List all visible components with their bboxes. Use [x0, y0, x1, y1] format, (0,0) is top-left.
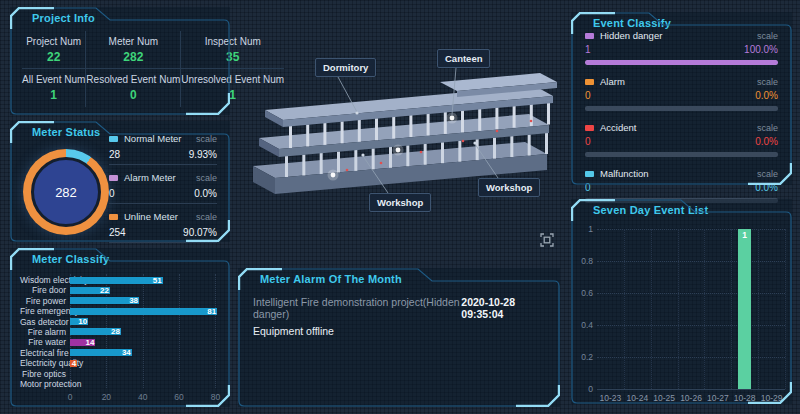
alarm-detail: Equipment offline [253, 325, 545, 337]
category-label: Gas detector [20, 317, 70, 327]
panel-event-classify: Event Classify Hidden dangerscale 1100.0… [571, 12, 792, 185]
building-3d-viewport[interactable] [235, 0, 565, 265]
legend-row-normal-meter: Normal Meterscale 289.93% [109, 133, 217, 165]
panel-title: Seven Day Event List [593, 204, 708, 216]
unline-meter-swatch [109, 214, 118, 220]
donut-center-value: 282 [55, 185, 77, 200]
building-label-workshop-2[interactable]: Workshop [478, 178, 540, 197]
bar: 14 [70, 339, 95, 346]
x-axis-labels: 10-2310-2410-2510-2610-2710-2810-29 [597, 393, 785, 405]
alarm-meter-swatch [109, 175, 118, 181]
project-info-grid: Project Num22 Meter Num282 Inspect Num35… [22, 31, 218, 107]
meter-classify-bar-row: Electricity quality4 [20, 359, 220, 367]
progress-fill [585, 60, 778, 65]
stat-resolved-event-num: Resolved Event Num0 [86, 69, 181, 107]
dashboard: Dormitory Canteen Workshop Workshop Proj… [0, 0, 800, 414]
meter-classify-bar-row: Wisdom electricity51 [20, 276, 220, 284]
meter-classify-chart: Wisdom electricity51Fire door22Fire powe… [20, 274, 220, 399]
category-label: Fire water [20, 337, 70, 347]
bar: 38 [70, 297, 139, 304]
hidden-danger-swatch [585, 33, 594, 39]
meter-classify-bar-row: Fire power38 [20, 297, 220, 305]
category-label: Electrical fire [20, 348, 70, 358]
bar: 81 [70, 308, 217, 315]
bar: 10 [70, 318, 88, 325]
event-bar: 1 [738, 229, 751, 389]
alarm-list: Intelligent Fire demonstration project(H… [253, 296, 545, 337]
progress-track [585, 60, 778, 65]
normal-meter-swatch [109, 136, 118, 142]
fullscreen-icon[interactable] [540, 233, 554, 247]
meter-classify-bar-row: Fire emergency81 [20, 307, 220, 315]
panel-title: Project Info [32, 12, 95, 24]
category-label: Motor protection [20, 379, 70, 389]
building-label-dormitory[interactable]: Dormitory [315, 58, 376, 77]
panel-title: Event Classify [593, 17, 671, 29]
event-row-alarm: Alarmscale 00.0% [585, 76, 778, 111]
category-label: Wisdom electricity [20, 275, 70, 285]
panel-meter-alarm: Meter Alarm Of The Month Intelligent Fir… [238, 268, 560, 407]
stat-all-event-num: All Event Num1 [22, 69, 86, 107]
stat-unresolved-event-num: Unresolved Event Num1 [181, 69, 284, 107]
bar: 51 [70, 277, 163, 284]
alarm-item[interactable]: Intelligent Fire demonstration project(H… [253, 296, 545, 320]
event-row-accident: Accidentscale 00.0% [585, 122, 778, 157]
legend-row-unline-meter: Unline Meterscale 25490.07% [109, 211, 217, 243]
panel-seven-day-event-list: Seven Day Event List 1 00.20.40.60.81 10… [571, 199, 792, 404]
seven-day-chart: 1 [597, 229, 785, 390]
meter-classify-bar-row: Fire alarm28 [20, 328, 220, 336]
category-label: Fibre optics [20, 369, 70, 379]
building-label-canteen[interactable]: Canteen [437, 49, 490, 68]
building-label-workshop-1[interactable]: Workshop [369, 193, 431, 212]
meter-classify-bar-row: Motor protection [20, 380, 220, 388]
meter-classify-bar-row: Electrical fire34 [20, 349, 220, 357]
meter-classify-bar-row: Fire door22 [20, 286, 220, 294]
alarm-timestamp: 2020-10-28 09:35:04 [461, 296, 545, 320]
category-label: Fire door [20, 285, 70, 295]
event-classify-list: Hidden dangerscale 1100.0% Alarmscale 00… [585, 30, 778, 214]
panel-title: Meter Classify [32, 253, 109, 265]
event-row-hidden-danger: Hidden dangerscale 1100.0% [585, 30, 778, 65]
stat-inspect-num: Inspect Num35 [181, 31, 284, 69]
bar: 34 [70, 349, 132, 356]
building-3d-model [235, 0, 565, 265]
meter-classify-bar-row: Gas detector10 [20, 318, 220, 326]
bar: 28 [70, 328, 121, 335]
bar: 22 [70, 287, 110, 294]
progress-track [585, 152, 778, 157]
legend-row-alarm-meter: Alarm Meterscale 00.0% [109, 172, 217, 204]
meter-classify-bar-row: Fire water14 [20, 338, 220, 346]
accident-swatch [585, 125, 594, 131]
category-label: Fire power [20, 296, 70, 306]
meter-classify-bar-row: Fibre optics [20, 370, 220, 378]
malfunction-swatch [585, 171, 594, 177]
alarm-event-title: Intelligent Fire demonstration project(H… [253, 296, 461, 320]
category-label: Fire emergency [20, 306, 70, 316]
meter-status-legend: Normal Meterscale 289.93% Alarm Metersca… [109, 133, 217, 250]
stat-meter-num: Meter Num282 [86, 31, 181, 69]
stat-project-num: Project Num22 [22, 31, 86, 69]
panel-title: Meter Status [32, 126, 100, 138]
meter-status-donut: 282 [23, 149, 109, 235]
bar: 4 [70, 360, 77, 367]
category-label: Fire alarm [20, 327, 70, 337]
alarm-swatch [585, 79, 594, 85]
panel-project-info: Project Info Project Num22 Meter Num282 … [10, 7, 230, 115]
progress-track [585, 106, 778, 111]
event-row-malfunction: Malfunctionscale 00.0% [585, 168, 778, 203]
panel-meter-status: Meter Status 282 Normal Meterscale 289.9… [10, 121, 230, 242]
panel-title: Meter Alarm Of The Month [260, 273, 402, 285]
panel-meter-classify: Meter Classify Wisdom electricity51Fire … [10, 248, 230, 407]
x-axis-labels: 020406080 [70, 392, 220, 404]
category-label: Electricity quality [20, 358, 70, 368]
